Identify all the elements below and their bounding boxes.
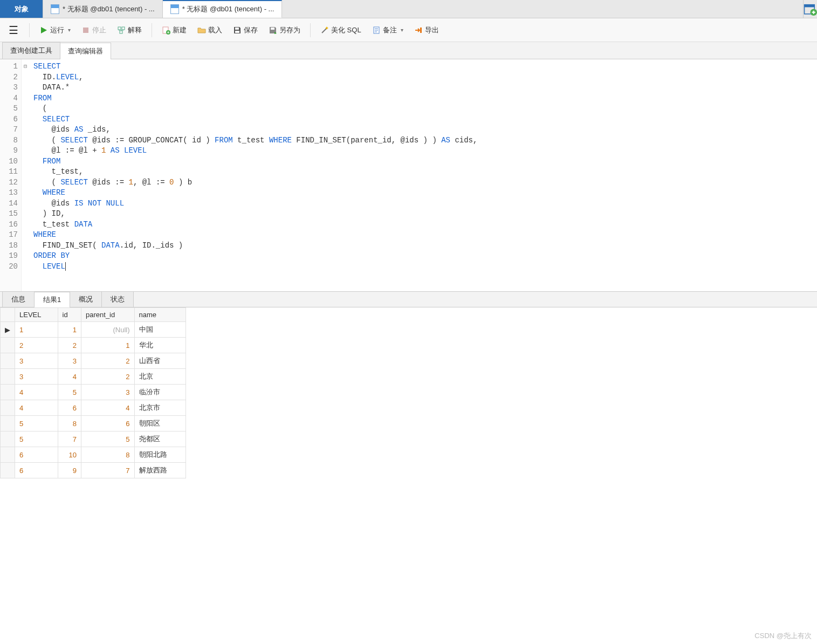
column-header-LEVEL[interactable]: LEVEL: [15, 308, 58, 322]
cell-LEVEL[interactable]: 2: [15, 338, 58, 353]
export-button[interactable]: 导出: [410, 23, 443, 37]
cell-LEVEL[interactable]: 4: [15, 400, 58, 416]
cell-id[interactable]: 6: [58, 400, 81, 416]
cell-name[interactable]: 华北: [134, 338, 186, 353]
document-tab-0[interactable]: * 无标题 @db01 (tencent) - ...: [43, 0, 163, 18]
tab-result-profile[interactable]: 概况: [70, 291, 102, 307]
cell-parent_id[interactable]: 8: [81, 447, 135, 463]
cell-id[interactable]: 5: [58, 385, 81, 400]
cell-parent_id[interactable]: 6: [81, 416, 135, 431]
document-tab-strip: 对象 * 无标题 @db01 (tencent) - ...* 无标题 @db0…: [0, 0, 817, 18]
new-tab-icon: [804, 2, 817, 16]
table-row[interactable]: 342北京: [1, 369, 186, 385]
cell-parent_id[interactable]: 2: [81, 369, 135, 385]
table-row[interactable]: 586朝阳区: [1, 416, 186, 431]
svg-rect-5: [122, 27, 125, 30]
folder-open-icon: [197, 26, 206, 35]
table-row[interactable]: 6108朝阳北路: [1, 447, 186, 463]
new-tab-button[interactable]: [803, 0, 817, 18]
cell-LEVEL[interactable]: 3: [15, 353, 58, 369]
cell-name[interactable]: 北京市: [134, 400, 186, 416]
load-label: 载入: [208, 25, 222, 35]
cell-id[interactable]: 2: [58, 338, 81, 353]
explain-label: 解释: [128, 25, 142, 35]
menu-button[interactable]: ☰: [3, 22, 24, 39]
sql-editor[interactable]: 1234567891011121314151617181920 ⊟ SELECT…: [0, 59, 817, 291]
cell-LEVEL[interactable]: 1: [15, 322, 58, 338]
table-row[interactable]: 221华北: [1, 338, 186, 353]
save-label: 保存: [244, 25, 258, 35]
tab-result-status[interactable]: 状态: [101, 291, 134, 307]
cell-parent_id[interactable]: 2: [81, 353, 135, 369]
table-row[interactable]: ▶11(Null)中国: [1, 322, 186, 338]
svg-rect-10: [235, 31, 239, 33]
table-row[interactable]: 453临汾市: [1, 385, 186, 400]
editor-sub-tabs: 查询创建工具 查询编辑器: [0, 42, 817, 59]
notes-button[interactable]: 备注: [368, 23, 408, 37]
notes-icon: [372, 26, 381, 35]
cell-LEVEL[interactable]: 5: [15, 416, 58, 431]
table-row[interactable]: 697解放西路: [1, 463, 186, 478]
run-button[interactable]: 运行: [35, 23, 75, 37]
tab-result-info[interactable]: 信息: [2, 291, 35, 307]
cell-parent_id[interactable]: 3: [81, 385, 135, 400]
save-as-label: 另存为: [279, 25, 300, 35]
result-grid[interactable]: LEVELidparent_idname▶11(Null)中国221华北332山…: [0, 307, 186, 478]
table-row[interactable]: 575尧都区: [1, 431, 186, 447]
svg-rect-13: [420, 28, 422, 33]
load-button[interactable]: 载入: [193, 23, 226, 37]
beautify-button[interactable]: 美化 SQL: [316, 23, 366, 37]
cell-name[interactable]: 山西省: [134, 353, 186, 369]
save-as-icon: [269, 26, 277, 35]
new-label: 新建: [173, 25, 187, 35]
cell-name[interactable]: 朝阳区: [134, 416, 186, 431]
table-row[interactable]: 332山西省: [1, 353, 186, 369]
new-file-icon: [162, 26, 170, 35]
column-header-parent_id[interactable]: parent_id: [81, 308, 135, 322]
editor-code-area[interactable]: SELECT ID.LEVEL, DATA.*FROM ( SELECT @id…: [29, 59, 482, 291]
cell-LEVEL[interactable]: 4: [15, 385, 58, 400]
stop-label: 停止: [92, 25, 106, 35]
cell-parent_id[interactable]: 5: [81, 431, 135, 447]
save-button[interactable]: 保存: [229, 23, 262, 37]
result-grid-wrap[interactable]: LEVELidparent_idname▶11(Null)中国221华北332山…: [0, 307, 817, 644]
tab-result-1[interactable]: 结果1: [34, 292, 70, 307]
save-as-button[interactable]: 另存为: [264, 23, 305, 37]
cell-parent_id[interactable]: (Null): [81, 322, 135, 338]
cell-id[interactable]: 7: [58, 431, 81, 447]
cell-LEVEL[interactable]: 6: [15, 447, 58, 463]
cell-name[interactable]: 临汾市: [134, 385, 186, 400]
column-header-id[interactable]: id: [58, 308, 81, 322]
cell-LEVEL[interactable]: 6: [15, 463, 58, 478]
cell-name[interactable]: 尧都区: [134, 431, 186, 447]
cell-name[interactable]: 中国: [134, 322, 186, 338]
cell-id[interactable]: 4: [58, 369, 81, 385]
document-tab-1[interactable]: * 无标题 @db01 (tencent) - ...: [163, 0, 283, 18]
column-header-name[interactable]: name: [134, 308, 186, 322]
cell-LEVEL[interactable]: 5: [15, 431, 58, 447]
cell-id[interactable]: 9: [58, 463, 81, 478]
cell-name[interactable]: 北京: [134, 369, 186, 385]
tab-objects[interactable]: 对象: [0, 0, 43, 18]
cell-parent_id[interactable]: 1: [81, 338, 135, 353]
cell-parent_id[interactable]: 4: [81, 400, 135, 416]
table-row[interactable]: 464北京市: [1, 400, 186, 416]
beautify-label: 美化 SQL: [331, 25, 361, 35]
explain-button[interactable]: 解释: [113, 23, 146, 37]
tab-query-editor[interactable]: 查询编辑器: [60, 43, 111, 59]
stop-button[interactable]: 停止: [77, 23, 111, 37]
svg-rect-11: [271, 28, 274, 30]
cell-name[interactable]: 朝阳北路: [134, 447, 186, 463]
cell-id[interactable]: 1: [58, 322, 81, 338]
svg-rect-9: [235, 28, 239, 30]
tab-query-builder[interactable]: 查询创建工具: [2, 42, 60, 59]
cell-id[interactable]: 10: [58, 447, 81, 463]
cell-LEVEL[interactable]: 3: [15, 369, 58, 385]
result-tab-strip: 信息 结果1 概况 状态: [0, 291, 817, 307]
export-icon: [414, 26, 423, 35]
cell-name[interactable]: 解放西路: [134, 463, 186, 478]
cell-parent_id[interactable]: 7: [81, 463, 135, 478]
cell-id[interactable]: 3: [58, 353, 81, 369]
cell-id[interactable]: 8: [58, 416, 81, 431]
new-button[interactable]: 新建: [157, 23, 191, 37]
